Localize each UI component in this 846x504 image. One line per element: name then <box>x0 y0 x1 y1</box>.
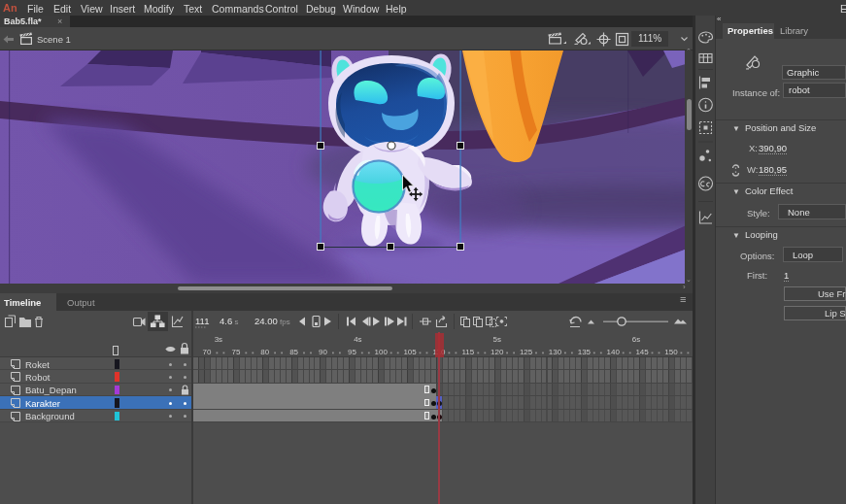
svg-text:140: 140 <box>607 348 621 356</box>
svg-text:100: 100 <box>375 348 389 356</box>
svg-text:130: 130 <box>549 348 562 356</box>
svg-text:75: 75 <box>231 348 240 356</box>
svg-text:125: 125 <box>520 348 533 356</box>
svg-text:95: 95 <box>348 348 356 356</box>
svg-text:5s: 5s <box>493 335 501 344</box>
svg-text:4s: 4s <box>354 335 361 344</box>
svg-text:24.00 fps: 24.00 fps <box>254 316 290 326</box>
svg-text:150: 150 <box>664 348 678 356</box>
svg-text:90: 90 <box>319 348 327 356</box>
svg-text:120: 120 <box>491 348 504 356</box>
svg-text:70: 70 <box>203 348 212 356</box>
svg-text:111: 111 <box>195 316 209 326</box>
svg-text:105: 105 <box>403 348 417 356</box>
svg-text:3s: 3s <box>215 335 222 344</box>
svg-text:6s: 6s <box>632 335 640 344</box>
svg-text:4.6 s: 4.6 s <box>220 316 238 326</box>
svg-text:145: 145 <box>635 348 649 356</box>
svg-text:85: 85 <box>289 348 298 356</box>
svg-text:80: 80 <box>260 348 269 356</box>
svg-text:115: 115 <box>462 348 475 356</box>
svg-text:135: 135 <box>578 348 592 356</box>
